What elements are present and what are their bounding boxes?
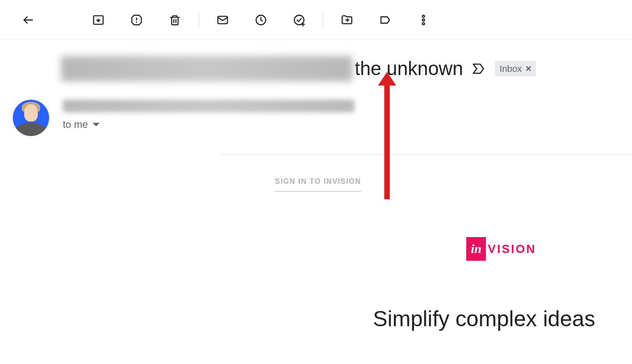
svg-point-5 xyxy=(423,19,425,21)
archive-icon xyxy=(92,14,105,26)
logo-box: in xyxy=(466,237,486,261)
email-heading: Simplify complex ideas xyxy=(373,306,632,331)
remove-label-icon[interactable]: × xyxy=(525,63,531,75)
recipient-dropdown[interactable]: to me xyxy=(63,119,621,131)
invision-logo: in VISION xyxy=(466,237,632,261)
email-body: SIGN IN TO INVISION in VISION Simplify c… xyxy=(220,154,632,331)
mark-unread-button[interactable] xyxy=(212,9,234,31)
more-vertical-icon xyxy=(417,14,430,26)
move-to-button[interactable] xyxy=(336,9,358,31)
email-toolbar xyxy=(0,0,632,40)
spam-icon xyxy=(130,14,143,26)
toolbar-divider xyxy=(199,11,199,29)
delete-button[interactable] xyxy=(164,9,186,31)
subject-visible: the unknown xyxy=(355,58,463,80)
clock-icon xyxy=(255,14,267,26)
labels-button[interactable] xyxy=(374,9,396,31)
logo-text: VISION xyxy=(488,242,536,256)
subject-redacted xyxy=(61,56,352,81)
label-icon xyxy=(379,14,392,26)
report-spam-button[interactable] xyxy=(126,9,148,31)
sender-avatar[interactable] xyxy=(13,100,49,136)
email-content: the unknown Inbox × to me SIGN IN TO INV… xyxy=(0,40,632,331)
add-to-tasks-button[interactable] xyxy=(288,9,310,31)
back-arrow-icon xyxy=(22,14,35,26)
back-button[interactable] xyxy=(17,9,39,31)
svg-point-4 xyxy=(423,15,425,17)
importance-icon xyxy=(472,62,486,75)
subject-row: the unknown Inbox × xyxy=(61,56,621,81)
sender-info: to me xyxy=(63,100,621,131)
sender-redacted xyxy=(63,100,354,112)
more-button[interactable] xyxy=(413,9,434,31)
sender-row: to me xyxy=(11,100,621,136)
trash-icon xyxy=(168,14,181,26)
inbox-label-text: Inbox xyxy=(499,64,522,74)
svg-point-6 xyxy=(423,22,425,25)
important-marker[interactable] xyxy=(472,62,486,75)
toolbar-divider xyxy=(323,11,323,29)
add-task-icon xyxy=(293,14,306,26)
envelope-icon xyxy=(216,14,229,26)
inbox-label-chip[interactable]: Inbox × xyxy=(495,61,536,76)
archive-button[interactable] xyxy=(87,9,109,31)
snooze-button[interactable] xyxy=(250,9,272,31)
signin-link[interactable]: SIGN IN TO INVISION xyxy=(275,177,361,192)
chevron-down-icon xyxy=(92,122,100,127)
recipient-text: to me xyxy=(63,119,88,131)
move-folder-icon xyxy=(341,14,353,26)
